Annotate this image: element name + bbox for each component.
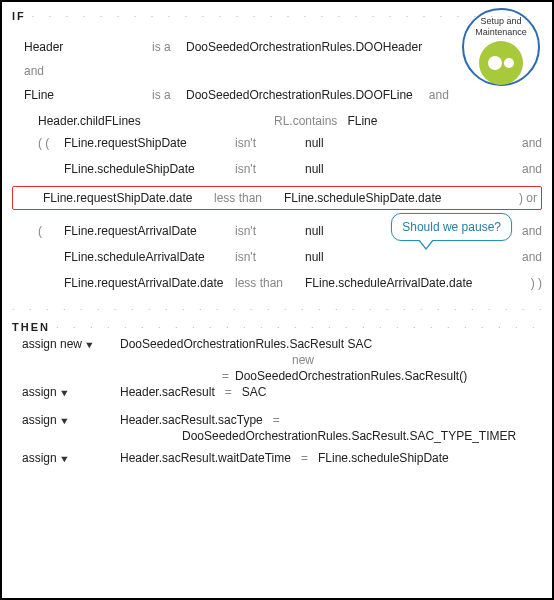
op-rlcontains: RL.contains	[274, 114, 337, 128]
dotted-rule	[32, 11, 542, 22]
cond-rhs: FLine.scheduleArrivalDate.date	[305, 276, 502, 290]
action-lhs: Header.sacResult.waitDateTime	[120, 451, 291, 465]
decl-header: Header is a DooSeededOrchestrationRules.…	[12, 40, 542, 54]
cond-tail: and	[508, 136, 542, 150]
action-kw: assign	[22, 413, 57, 427]
chevron-down-icon[interactable]: ▼	[84, 340, 95, 350]
cond-lhs: FLine.requestArrivalDate.date	[64, 276, 229, 290]
cond-tail: ) or	[503, 191, 537, 205]
decl-child: Header.childFLines RL.contains FLine	[12, 114, 542, 128]
action-row-1-sub-val: = DooSeededOrchestrationRules.SacResult(…	[12, 369, 542, 383]
if-header-row: IF	[12, 10, 542, 22]
var-childflines: Header.childFLines	[38, 114, 268, 128]
cond-lhs: FLine.requestShipDate.date	[43, 191, 208, 205]
action-row-3-rhs: DooSeededOrchestrationRules.SacResult.SA…	[12, 429, 542, 443]
var-fline: FLine	[24, 88, 146, 102]
type-fline: DooSeededOrchestrationRules.DOOFLine	[186, 88, 413, 102]
action-row-3: assign ▼ Header.sacResult.sacType =	[12, 413, 542, 427]
cond-op: isn't	[235, 136, 299, 150]
cond-row-2-highlighted: FLine.requestShipDate.date less than FLi…	[12, 186, 542, 210]
keyword-if: IF	[12, 10, 26, 22]
cond-op: isn't	[235, 162, 299, 176]
chevron-down-icon[interactable]: ▼	[59, 454, 70, 464]
action-kw: assign new	[22, 337, 82, 351]
dotted-rule	[12, 304, 542, 315]
action-kw: assign	[22, 385, 57, 399]
action-row-4: assign ▼ Header.sacResult.waitDateTime =…	[12, 451, 542, 465]
conn-and-1: and	[12, 64, 542, 78]
cond-row-4: FLine.scheduleArrivalDate isn't null and	[12, 250, 542, 264]
rl-target: FLine	[347, 114, 377, 128]
cond-rhs: null	[305, 250, 502, 264]
divider	[12, 304, 542, 315]
action-lhs: Header.sacResult.sacType	[120, 413, 263, 427]
cond-row-3: ( FLine.requestArrivalDate isn't null an…	[12, 224, 542, 238]
cond-lhs: FLine.scheduleArrivalDate	[64, 250, 229, 264]
action-row-1-sub-new: new	[12, 353, 542, 367]
op-isa: is a	[152, 40, 180, 54]
cond-rhs: null	[305, 224, 502, 238]
chevron-down-icon[interactable]: ▼	[59, 416, 70, 426]
action-lhs: Header.sacResult	[120, 385, 215, 399]
cond-tail: and	[508, 224, 542, 238]
action-kw: assign	[22, 451, 57, 465]
action-row-2: assign ▼ Header.sacResult = SAC	[12, 385, 542, 399]
cond-rhs: null	[305, 162, 502, 176]
dotted-rule	[56, 322, 542, 333]
op-isa-2: is a	[152, 88, 180, 102]
cond-tail: and	[508, 162, 542, 176]
decl-fline: FLine is a DooSeededOrchestrationRules.D…	[12, 88, 542, 102]
condition-block: ( ( FLine.requestShipDate isn't null and…	[12, 136, 542, 290]
cond-rhs: FLine.scheduleShipDate.date	[284, 191, 497, 205]
then-header-row: THEN	[12, 321, 542, 333]
cond-rhs: null	[305, 136, 502, 150]
cond-lhs: FLine.requestShipDate	[64, 136, 229, 150]
cond-op: isn't	[235, 224, 299, 238]
cond-op: less than	[214, 191, 278, 205]
cond-row-5: FLine.requestArrivalDate.date less than …	[12, 276, 542, 290]
cond-lhs: FLine.scheduleShipDate	[64, 162, 229, 176]
cond-lhs: FLine.requestArrivalDate	[64, 224, 229, 238]
cond-tail: and	[508, 250, 542, 264]
cond-op: less than	[235, 276, 299, 290]
cond-row-1: FLine.scheduleShipDate isn't null and	[12, 162, 542, 176]
action-rhs: SAC	[242, 385, 267, 399]
cond-row-0: ( ( FLine.requestShipDate isn't null and	[12, 136, 542, 150]
cond-tail: ) )	[508, 276, 542, 290]
action-rhs: FLine.scheduleShipDate	[318, 451, 449, 465]
action-row-1: assign new ▼ DooSeededOrchestrationRules…	[12, 337, 542, 351]
open-paren-2: (	[38, 224, 58, 238]
var-header: Header	[24, 40, 146, 54]
open-paren: ( (	[38, 136, 58, 150]
action-expr: DooSeededOrchestrationRules.SacResult SA…	[120, 337, 372, 351]
conn-and-inline: and	[429, 88, 449, 102]
chevron-down-icon[interactable]: ▼	[59, 388, 70, 398]
type-header: DooSeededOrchestrationRules.DOOHeader	[186, 40, 422, 54]
cond-op: isn't	[235, 250, 299, 264]
keyword-then: THEN	[12, 321, 50, 333]
